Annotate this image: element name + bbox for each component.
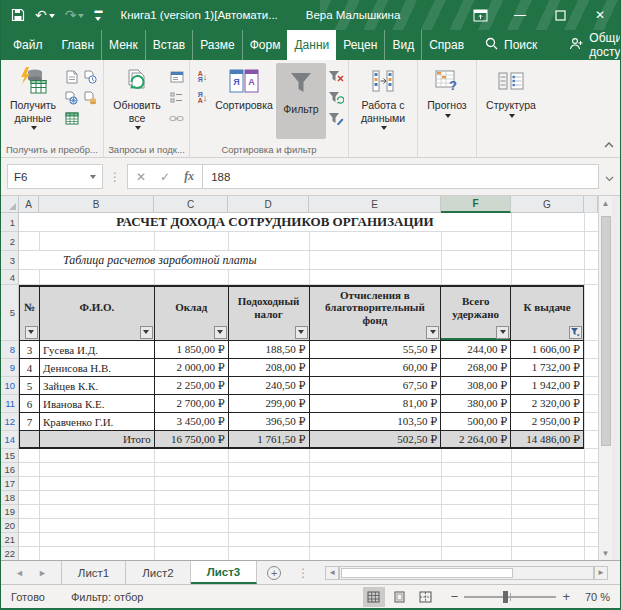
clear-filter-icon[interactable] bbox=[326, 66, 345, 87]
column-header-a[interactable]: A bbox=[19, 196, 39, 213]
header-cell-withheld[interactable]: Всего удержано bbox=[441, 285, 511, 341]
scroll-up-arrow[interactable]: ▲ bbox=[599, 196, 613, 210]
recent-sources-icon[interactable] bbox=[81, 66, 100, 87]
filter-dropdown-number[interactable] bbox=[25, 326, 38, 339]
normal-view-button[interactable] bbox=[363, 587, 385, 607]
row-header-filtered[interactable]: 14 bbox=[1, 431, 18, 449]
tab-formulas[interactable]: Форм bbox=[243, 30, 288, 60]
header-cell-payout[interactable]: К выдаче bbox=[511, 285, 584, 341]
cell[interactable] bbox=[20, 431, 40, 449]
cell-a1[interactable] bbox=[19, 213, 39, 231]
cell[interactable]: Иванова К.Е. bbox=[40, 395, 155, 413]
cell[interactable]: Зайцев К.К. bbox=[40, 377, 155, 395]
cell[interactable]: 3 bbox=[20, 341, 40, 359]
scroll-down-arrow[interactable]: ▼ bbox=[599, 546, 613, 560]
sheet-tab-1[interactable]: Лист1 bbox=[61, 561, 126, 584]
filter-dropdown-salary[interactable] bbox=[214, 326, 227, 339]
doc-title-cell[interactable]: РАСЧЕТ ДОХОДА СОТРУДНИКОВ ОРГАНИЗАЦИИ bbox=[39, 213, 511, 231]
minimize-button[interactable]: — bbox=[500, 0, 540, 30]
horizontal-scroll-thumb[interactable] bbox=[341, 568, 513, 578]
cell[interactable]: Кравченко Г.И. bbox=[40, 413, 155, 431]
filter-dropdown-charity[interactable] bbox=[426, 326, 439, 339]
cell[interactable]: 4 bbox=[20, 359, 40, 377]
cell[interactable]: 103,50 ₽ bbox=[310, 413, 442, 431]
formula-input[interactable]: 188 bbox=[203, 164, 599, 189]
close-button[interactable]: ✕ bbox=[580, 0, 620, 30]
column-header-c[interactable]: C bbox=[154, 196, 228, 213]
column-header-g[interactable]: G bbox=[511, 196, 584, 213]
cell[interactable]: 1 942,00 ₽ bbox=[511, 377, 584, 395]
cell[interactable]: 240,50 ₽ bbox=[229, 377, 310, 395]
zoom-out-button[interactable]: − bbox=[451, 589, 459, 604]
enter-icon[interactable]: ✓ bbox=[160, 170, 170, 184]
filter-dropdown-name[interactable] bbox=[140, 326, 153, 339]
from-table-range-icon[interactable] bbox=[62, 108, 81, 129]
doc-subtitle-cell[interactable]: Таблица расчетов заработной платы bbox=[39, 251, 309, 269]
row-header-filtered[interactable]: 9 bbox=[1, 359, 18, 377]
zoom-slider-thumb[interactable] bbox=[503, 591, 508, 603]
tab-review[interactable]: Рецен bbox=[336, 30, 385, 60]
row-header[interactable]: 5 bbox=[1, 285, 18, 341]
sort-button[interactable]: ЯА Сортировка bbox=[212, 63, 276, 112]
row-header[interactable]: 21 bbox=[1, 533, 18, 547]
cell[interactable]: Денисова Н.В. bbox=[40, 359, 155, 377]
cell[interactable]: 2 320,00 ₽ bbox=[511, 395, 584, 413]
cell[interactable]: 2 950,00 ₽ bbox=[511, 413, 584, 431]
scroll-right-arrow[interactable]: ► bbox=[594, 566, 608, 580]
total-label-cell[interactable]: Итого bbox=[40, 431, 155, 449]
new-sheet-button[interactable]: + bbox=[257, 561, 291, 584]
share-button[interactable]: Общий доступ bbox=[559, 30, 621, 60]
cell[interactable]: 55,50 ₽ bbox=[310, 341, 442, 359]
tab-data[interactable]: Данни bbox=[287, 30, 336, 60]
row-header[interactable]: 19 bbox=[1, 505, 18, 519]
cell[interactable]: 308,00 ₽ bbox=[441, 377, 511, 395]
cell[interactable]: 14 486,00 ₽ bbox=[511, 431, 584, 449]
row-header[interactable]: 16 bbox=[1, 463, 18, 477]
ribbon-display-options-icon[interactable] bbox=[460, 0, 500, 30]
cell[interactable]: 60,00 ₽ bbox=[310, 359, 442, 377]
horizontal-scroll-track[interactable] bbox=[339, 566, 594, 580]
cell[interactable]: 380,00 ₽ bbox=[441, 395, 511, 413]
row-header[interactable]: 17 bbox=[1, 477, 18, 491]
filter-button[interactable]: Фильтр bbox=[276, 63, 326, 139]
row-header[interactable]: 4 bbox=[1, 270, 18, 285]
page-break-view-button[interactable] bbox=[415, 587, 437, 607]
zoom-slider[interactable] bbox=[464, 596, 556, 598]
row-header-filtered[interactable]: 8 bbox=[1, 341, 18, 359]
cell[interactable]: 16 750,00 ₽ bbox=[155, 431, 229, 449]
cancel-icon[interactable]: ✕ bbox=[136, 170, 146, 184]
header-cell-charity[interactable]: Отчисления в благотворительный фонд bbox=[310, 285, 442, 341]
header-cell-salary[interactable]: Оклад bbox=[155, 285, 229, 341]
filter-dropdown-withheld[interactable] bbox=[496, 326, 509, 339]
cell[interactable]: Гусева И.Д. bbox=[40, 341, 155, 359]
forecast-button[interactable]: ? Прогноз bbox=[421, 63, 473, 119]
existing-connections-icon[interactable] bbox=[81, 87, 100, 108]
row-header[interactable]: 22 bbox=[1, 547, 18, 560]
get-data-button[interactable]: Получить данные bbox=[4, 63, 62, 131]
header-cell-name[interactable]: Ф.И.О. bbox=[40, 285, 155, 341]
cell[interactable]: 1 732,00 ₽ bbox=[511, 359, 584, 377]
row-header[interactable]: 2 bbox=[1, 232, 18, 251]
cell[interactable]: 2 700,00 ₽ bbox=[155, 395, 229, 413]
from-web-icon[interactable] bbox=[62, 87, 81, 108]
page-layout-view-button[interactable] bbox=[389, 587, 411, 607]
tab-view[interactable]: Вид bbox=[385, 30, 422, 60]
header-cell-number[interactable]: № bbox=[20, 285, 40, 341]
tab-layout[interactable]: Разме bbox=[193, 30, 243, 60]
filter-dropdown-tax[interactable] bbox=[295, 326, 308, 339]
maximize-button[interactable] bbox=[540, 0, 580, 30]
zoom-in-button[interactable]: + bbox=[562, 589, 570, 604]
cell[interactable]: 1 761,50 ₽ bbox=[229, 431, 310, 449]
queries-pane-icon[interactable] bbox=[167, 66, 186, 87]
sort-ascending-icon[interactable]: АЯ↓ bbox=[193, 66, 212, 87]
cell[interactable]: 2 000,00 ₽ bbox=[155, 359, 229, 377]
cell[interactable]: 81,00 ₽ bbox=[310, 395, 442, 413]
customize-qat-button[interactable]: ▬ bbox=[94, 8, 102, 21]
row-header[interactable]: 3 bbox=[1, 251, 18, 270]
cell-g1[interactable] bbox=[511, 213, 584, 231]
cell[interactable]: 208,00 ₽ bbox=[229, 359, 310, 377]
row-header[interactable]: 20 bbox=[1, 519, 18, 533]
vertical-scrollbar[interactable]: ▲ ▼ bbox=[598, 196, 612, 560]
cell[interactable]: 67,50 ₽ bbox=[310, 377, 442, 395]
cell[interactable]: 244,00 ₽ bbox=[441, 341, 511, 359]
